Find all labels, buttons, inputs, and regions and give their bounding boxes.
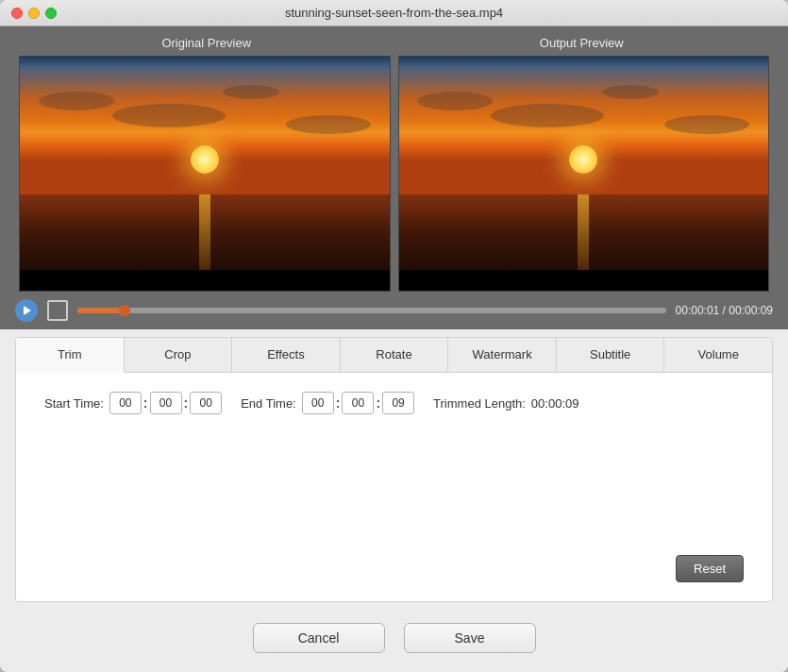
sunset-water-original bbox=[20, 194, 390, 270]
trimmed-length-group: Trimmed Length: 00:00:09 bbox=[433, 396, 578, 411]
reflection-original bbox=[199, 194, 210, 270]
save-button[interactable]: Save bbox=[404, 623, 536, 653]
cloud-8 bbox=[664, 115, 749, 134]
tab-effects[interactable]: Effects bbox=[232, 338, 341, 372]
tabs-panel: Trim Crop Effects Rotate Watermark Subti… bbox=[15, 337, 773, 602]
black-bar-bottom-original bbox=[20, 270, 390, 291]
reset-row: Reset bbox=[44, 555, 744, 582]
end-sec-input[interactable] bbox=[382, 392, 414, 414]
sunset-sky-original bbox=[20, 57, 390, 194]
start-min-input[interactable] bbox=[150, 392, 182, 414]
minimize-button[interactable] bbox=[28, 8, 40, 19]
cloud-3 bbox=[223, 85, 279, 99]
progress-thumb[interactable] bbox=[119, 305, 130, 316]
tabs-bar: Trim Crop Effects Rotate Watermark Subti… bbox=[16, 338, 772, 373]
original-preview-label: Original Preview bbox=[19, 36, 394, 50]
reflection-output bbox=[578, 194, 589, 270]
playback-bar: 00:00:01 / 00:00:09 bbox=[0, 292, 788, 329]
cancel-button[interactable]: Cancel bbox=[253, 623, 385, 653]
output-video-frame bbox=[398, 56, 770, 292]
tab-watermark[interactable]: Watermark bbox=[448, 338, 557, 372]
cloud-7 bbox=[602, 85, 659, 99]
trimmed-length-value: 00:00:09 bbox=[531, 396, 579, 411]
close-button[interactable] bbox=[11, 8, 23, 19]
preview-area: Original Preview Output Preview bbox=[0, 26, 788, 292]
start-sep-2: : bbox=[184, 395, 189, 411]
previews bbox=[19, 56, 769, 292]
tab-crop[interactable]: Crop bbox=[125, 338, 233, 372]
sun-original bbox=[191, 145, 219, 174]
tab-trim[interactable]: Trim bbox=[16, 338, 125, 373]
sun-output bbox=[569, 145, 597, 174]
window-title: stunning-sunset-seen-from-the-sea.mp4 bbox=[285, 6, 503, 20]
cloud-5 bbox=[417, 92, 493, 110]
start-time-inputs: : : bbox=[109, 392, 222, 414]
snapshot-button[interactable] bbox=[47, 300, 68, 321]
bottom-bar: Cancel Save bbox=[0, 610, 788, 672]
start-sec-input[interactable] bbox=[190, 392, 222, 414]
output-preview-label: Output Preview bbox=[394, 36, 770, 50]
trim-tab-content: Start Time: : : End Time: : bbox=[16, 373, 772, 601]
end-time-group: End Time: : : bbox=[241, 392, 414, 414]
end-time-inputs: : : bbox=[302, 392, 414, 414]
start-time-label: Start Time: bbox=[44, 396, 104, 411]
reset-button[interactable]: Reset bbox=[676, 555, 744, 582]
progress-bar[interactable] bbox=[77, 308, 666, 313]
tab-subtitle[interactable]: Subtitle bbox=[557, 338, 665, 372]
end-sep-1: : bbox=[336, 395, 341, 411]
end-min-input[interactable] bbox=[342, 392, 374, 414]
play-icon bbox=[24, 306, 31, 315]
start-hour-input[interactable] bbox=[109, 392, 142, 414]
trimmed-length-label: Trimmed Length: bbox=[433, 396, 526, 411]
cloud-6 bbox=[491, 104, 604, 127]
end-sep-2: : bbox=[376, 395, 380, 411]
black-bar-bottom-output bbox=[399, 270, 769, 291]
end-hour-input[interactable] bbox=[302, 392, 334, 414]
cloud-1 bbox=[39, 92, 114, 110]
start-sep-1: : bbox=[143, 395, 148, 411]
progress-fill bbox=[77, 308, 125, 313]
maximize-button[interactable] bbox=[45, 8, 57, 19]
cloud-2 bbox=[112, 104, 226, 127]
sunset-water-output bbox=[399, 194, 769, 270]
tab-volume[interactable]: Volume bbox=[664, 338, 772, 372]
app-window: stunning-sunset-seen-from-the-sea.mp4 Or… bbox=[0, 0, 788, 672]
traffic-lights bbox=[11, 8, 57, 19]
play-button[interactable] bbox=[15, 299, 38, 322]
preview-labels: Original Preview Output Preview bbox=[19, 36, 769, 50]
start-time-group: Start Time: : : bbox=[44, 392, 222, 414]
titlebar: stunning-sunset-seen-from-the-sea.mp4 bbox=[0, 0, 788, 26]
tab-rotate[interactable]: Rotate bbox=[341, 338, 449, 372]
time-display: 00:00:01 / 00:00:09 bbox=[676, 304, 773, 317]
original-video-frame bbox=[19, 56, 391, 292]
end-time-label: End Time: bbox=[241, 396, 296, 411]
cloud-4 bbox=[286, 115, 371, 134]
sunset-sky-output bbox=[399, 57, 769, 194]
trim-controls: Start Time: : : End Time: : bbox=[44, 392, 744, 414]
